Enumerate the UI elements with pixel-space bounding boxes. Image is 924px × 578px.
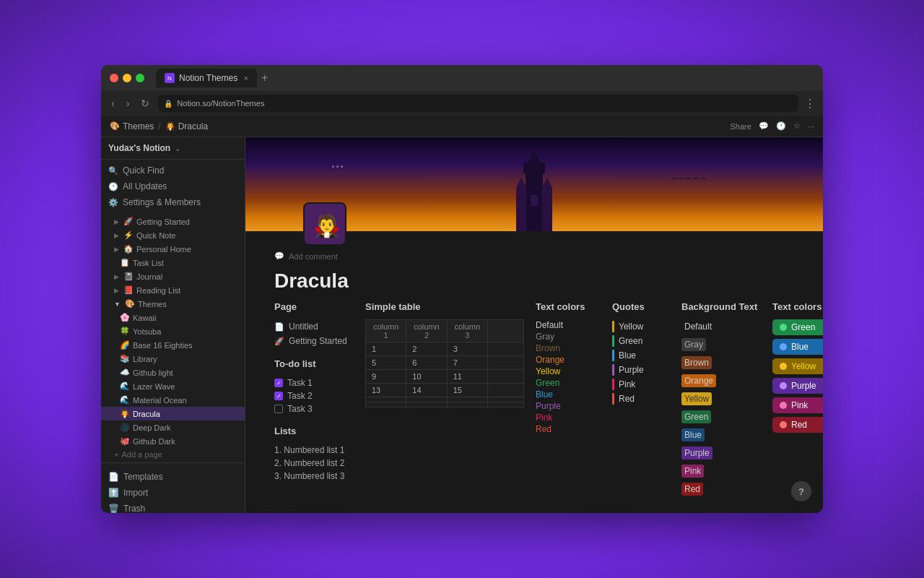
table-cell: 3 [447, 342, 487, 356]
quote-item-blue: Blue [612, 348, 670, 363]
comment-icon: 💬 [274, 251, 284, 261]
sidebar-import[interactable]: ⬆️ Import [108, 485, 237, 501]
breadcrumb-current[interactable]: 🧛 Dracula [165, 121, 208, 131]
active-tab[interactable]: N Notion Themes × [156, 69, 257, 87]
back-button[interactable]: ‹ [108, 96, 118, 111]
table-cell [366, 397, 406, 402]
sidebar-item-task-list[interactable]: 📋 Task List [101, 256, 245, 269]
sidebar-item-kawaii[interactable]: 🌸 Kawaii [101, 311, 245, 324]
table-header-col4 [487, 320, 523, 342]
svg-rect-5 [516, 188, 526, 231]
tc-item-gray: Gray [536, 331, 601, 342]
comment-icon[interactable]: 💬 [759, 121, 769, 131]
help-button[interactable]: ? [791, 481, 811, 501]
star-icon[interactable]: ☆ [793, 121, 801, 131]
sidebar-item-all-updates[interactable]: 🕐 All Updates [101, 178, 245, 194]
sidebar-item-github-dark[interactable]: 🐙 Github Dark [101, 434, 245, 448]
quote-label: Purple [619, 365, 644, 375]
maximize-button[interactable] [136, 74, 144, 82]
table-header-col2: column 2 [406, 320, 447, 342]
forward-button[interactable]: › [123, 96, 133, 111]
quick-find-label: Quick Find [123, 165, 164, 176]
sidebar-item-lazer-wave[interactable]: 🌊 Lazer Wave [101, 379, 245, 393]
table-cell [406, 402, 447, 407]
tc-btn-green[interactable]: Green [772, 319, 823, 335]
tc-btn-red[interactable]: Red [772, 417, 823, 433]
sidebar-item-library[interactable]: 📚 Library [101, 352, 245, 366]
sidebar-item-add-page-inline[interactable]: + Add a page [101, 448, 245, 461]
sidebar-item-getting-started[interactable]: ▶ 🚀 Getting Started [101, 215, 245, 228]
expand-arrow: ▶ [114, 246, 119, 253]
tc-btn-label: Yellow [791, 361, 816, 371]
sidebar-label: Quick Note [136, 231, 175, 240]
all-updates-label: All Updates [123, 181, 167, 191]
new-tab-button[interactable]: + [257, 72, 272, 85]
sidebar-templates[interactable]: 📄 Templates [108, 469, 237, 485]
close-button[interactable] [110, 74, 118, 82]
settings-icon: ⚙️ [108, 198, 118, 207]
share-button[interactable]: Share [730, 122, 751, 131]
quote-item-purple: Purple [612, 363, 670, 377]
tc-btn-label: Purple [791, 381, 816, 391]
todo-item-3[interactable]: Task 3 [274, 402, 354, 415]
bg-item-gray: Gray [681, 338, 706, 351]
trash-icon: 🗑️ [108, 504, 119, 513]
sidebar-label: Github Dark [133, 437, 175, 446]
sidebar-item-material-ocean[interactable]: 🌊 Material Ocean [101, 393, 245, 407]
page-title: Dracula [245, 267, 823, 301]
checkbox-3[interactable] [274, 405, 283, 413]
background-text-section: Background Text Default Gray Brown Orang… [681, 301, 761, 500]
clock-icon[interactable]: 🕐 [776, 121, 786, 131]
sidebar-item-themes[interactable]: ▼ 🎨 Themes [101, 297, 245, 311]
templates-label: Templates [123, 472, 163, 482]
content-grid: Page 📄 Untitled 🚀 Getting Started To-do … [245, 301, 823, 513]
quote-bar [612, 379, 614, 390]
quote-label: Yellow [619, 322, 643, 332]
page-item-getting-started[interactable]: 🚀 Getting Started [274, 334, 354, 348]
ellipsis-icon[interactable]: ··· [808, 122, 814, 131]
list-item-3: 3. Numbered list 3 [274, 470, 354, 483]
sidebar-item-base16[interactable]: 🌈 Base 16 Eighties [101, 338, 245, 352]
url-bar[interactable]: 🔒 Notion.so/NotionThemes [158, 95, 798, 112]
comment-area[interactable]: 💬 Add comment [245, 246, 823, 267]
refresh-button[interactable]: ↻ [138, 96, 152, 111]
breadcrumb-themes[interactable]: 🎨 Themes [110, 121, 154, 131]
page-item-untitled[interactable]: 📄 Untitled [274, 319, 354, 334]
sidebar-label: Kawaii [133, 314, 156, 322]
tc-btn-purple[interactable]: Purple [772, 378, 823, 394]
minimize-button[interactable] [123, 74, 131, 82]
sidebar-item-quick-note[interactable]: ▶ ⚡ Quick Note [101, 228, 245, 242]
quote-item-green: Green [612, 334, 670, 348]
sidebar-item-reading-list[interactable]: ▶ 📕 Reading List [101, 283, 245, 297]
todo-item-2[interactable]: ✓ Task 2 [274, 389, 354, 402]
lists-section-title: Lists [274, 426, 354, 436]
table-cell [487, 356, 523, 370]
sidebar-item-quick-find[interactable]: 🔍 Quick Find [101, 163, 245, 178]
tc-item-pink: Pink [536, 412, 601, 423]
tc-btn-blue[interactable]: Blue [772, 339, 823, 355]
sidebar-trash[interactable]: 🗑️ Trash [108, 501, 237, 513]
sidebar-item-journal[interactable]: ▶ 📓 Journal [101, 269, 245, 283]
bg-text-title: Background Text [681, 301, 761, 312]
sidebar-label: Github light [133, 368, 173, 377]
checkbox-2[interactable]: ✓ [274, 392, 283, 400]
expand-arrow: ▶ [114, 218, 119, 225]
more-button[interactable]: ⋮ [804, 97, 816, 111]
traffic-lights [110, 74, 144, 82]
sidebar-item-dracula[interactable]: 🧛 Dracula [101, 407, 245, 420]
todo-item-1[interactable]: ✓ Task 1 [274, 376, 354, 389]
import-label: Import [123, 488, 148, 498]
tab-close-button[interactable]: × [244, 74, 248, 82]
sidebar-item-github-light[interactable]: ☁️ Github light [101, 366, 245, 379]
sidebar-item-settings[interactable]: ⚙️ Settings & Members [101, 194, 245, 210]
sidebar-item-personal-home[interactable]: ▶ 🏠 Personal Home [101, 242, 245, 256]
sidebar-item-yotsuba[interactable]: 🍀 Yotsuba [101, 324, 245, 338]
sidebar-item-deep-dark[interactable]: 🌑 Deep Dark [101, 420, 245, 434]
tc-btn-yellow[interactable]: Yellow [772, 358, 823, 374]
checkbox-1[interactable]: ✓ [274, 379, 283, 387]
text-colors-title: Text colors [536, 301, 601, 312]
page-item-label: Getting Started [289, 336, 347, 346]
table-row: 5 6 7 [366, 356, 524, 370]
tc-btn-pink[interactable]: Pink [772, 397, 823, 413]
sidebar-workspace-header[interactable]: Yudax's Notion ⌄ [101, 137, 245, 160]
